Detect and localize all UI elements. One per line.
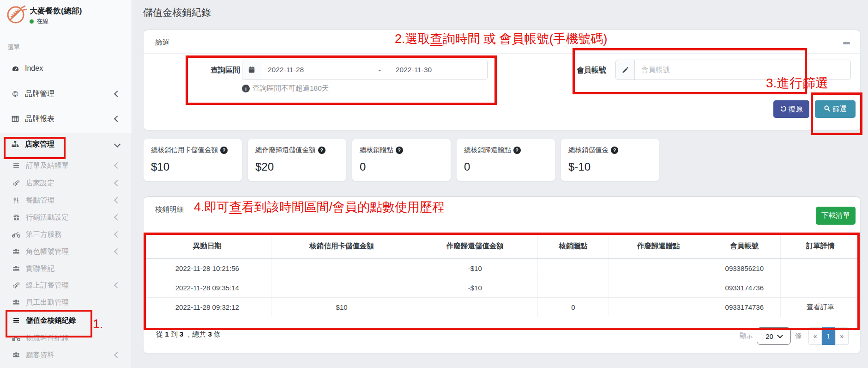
cell-void-return: -$10 — [412, 258, 538, 278]
brand-logo-wheat-icon — [6, 4, 27, 27]
sidebar-item-marketing-settings[interactable]: 行銷活動設定 — [0, 210, 132, 224]
table-icon — [9, 115, 21, 123]
sidebar-item-store-settings[interactable]: 店家設定 — [0, 176, 132, 190]
collapse-minus-icon[interactable] — [843, 42, 850, 44]
sidebar-item-logistics-records[interactable]: 物流叫件紀錄 — [0, 331, 132, 345]
gears-icon — [10, 179, 22, 187]
stat-card: 總作廢歸還儲值金額? $20 — [247, 139, 347, 181]
filter-button[interactable]: 篩選 — [815, 100, 856, 118]
sitemap-icon — [9, 141, 21, 148]
filter-panel: 篩選 查詢區間 - i 查詢區間不可超過180天 會員帳號 — [143, 30, 861, 130]
prev-page-button[interactable]: « — [808, 327, 822, 345]
question-circle-icon: ? — [396, 147, 403, 154]
next-page-button[interactable]: » — [835, 327, 849, 345]
stat-value: 0 — [464, 160, 470, 173]
gift-icon — [10, 214, 22, 221]
pagination-area: 顯示 20 條 « 1 » — [740, 327, 849, 345]
chevron-left-icon — [114, 91, 121, 97]
stat-card: 總核銷贈點? 0 — [352, 139, 451, 181]
sidebar-item-meal-management[interactable]: 餐點管理 — [0, 193, 132, 207]
sidebar-item-contact-registration[interactable]: 實聯登記 — [0, 262, 132, 276]
view-order-link[interactable]: 查看訂單 — [781, 298, 860, 317]
per-page-select[interactable]: 20 — [757, 327, 791, 345]
motorcycle-icon — [10, 231, 22, 238]
detail-panel-title: 核銷明細 — [155, 205, 184, 215]
cell-member-account: 0933174736 — [708, 278, 781, 298]
sidebar-item-label: 品牌管理 — [25, 89, 54, 99]
date-range-hint: i 查詢區間不可超過180天 — [242, 84, 329, 93]
table-row: 2022-11-28 09:35:14 -$10 0933174736 — [144, 278, 860, 298]
sidebar-item-store-management[interactable]: 店家管理 — [0, 136, 132, 152]
stat-label: 總作廢歸還儲值金額 — [255, 146, 316, 154]
pencil-icon — [616, 60, 635, 80]
col-header: 作廢歸還儲值金額 — [412, 234, 538, 258]
table-header-row: 異動日期 核銷信用卡儲值金額 作廢歸還儲值金額 核銷贈點 作廢歸還贈點 會員帳號… — [144, 234, 860, 258]
page-1-button[interactable]: 1 — [822, 327, 835, 345]
stat-card: 總核銷信用卡儲值金額? $10 — [143, 139, 242, 181]
sidebar-item-third-party[interactable]: 第三方服務 — [0, 227, 132, 241]
chevron-left-icon — [114, 248, 121, 255]
cell-redeem-points — [538, 278, 609, 298]
page-title: 儲值金核銷紀錄 — [143, 6, 211, 19]
cell-change-date: 2022-11-28 10:21:56 — [144, 258, 271, 278]
tachometer-icon — [9, 65, 21, 73]
cell-redeem-credit — [271, 258, 412, 278]
col-header: 會員帳號 — [708, 234, 781, 258]
date-to-input[interactable] — [389, 60, 487, 80]
motorcycle-icon — [10, 335, 22, 341]
stat-value: $10 — [151, 160, 169, 173]
chevron-left-icon — [114, 282, 121, 288]
stat-value: $20 — [255, 160, 274, 173]
filter-panel-title: 篩選 — [155, 38, 169, 48]
calendar-icon — [242, 60, 261, 80]
sidebar-item-label: 品牌報表 — [25, 114, 54, 124]
users-icon — [10, 248, 22, 255]
cell-member-account: 0933856210 — [708, 258, 781, 278]
copyright-icon: © — [9, 90, 21, 98]
chevron-left-icon — [114, 162, 121, 169]
stat-card: 總核銷儲值金? $-10 — [561, 139, 660, 181]
cell-redeem-credit — [271, 278, 412, 298]
sidebar-item-index[interactable]: Index — [0, 61, 132, 76]
cell-change-date: 2022-11-28 09:35:14 — [144, 278, 271, 298]
sidebar-item-customer-data[interactable]: 顧客資料 — [0, 348, 132, 362]
brand: 大麥餐飲(總部) 在線 — [0, 0, 132, 30]
online-status-label: 在線 — [36, 17, 48, 25]
online-dot-icon — [30, 19, 34, 24]
info-circle-icon: i — [242, 85, 250, 92]
chevron-left-icon — [114, 116, 121, 122]
list-icon — [10, 162, 22, 169]
cell-void-return: -$10 — [412, 278, 538, 298]
sidebar-item-stored-value-records[interactable]: 儲值金核銷紀錄 — [0, 313, 132, 327]
sidebar-item-orders-bills[interactable]: 訂單及結帳單 — [0, 159, 132, 172]
cell-member-account: 0933174736 — [708, 298, 781, 317]
detail-panel: 核銷明細 下載清單 異動日期 核銷信用卡儲值金額 作廢歸還儲值金額 核銷贈點 作… — [143, 196, 861, 354]
sidebar-item-label: 員工出勤管理 — [26, 298, 69, 307]
date-from-input[interactable] — [261, 60, 370, 80]
cell-void-points — [609, 258, 708, 278]
sidebar-item-online-ordering[interactable]: 線上訂餐管理 — [0, 278, 132, 292]
undo-icon — [780, 105, 787, 114]
sidebar-item-label: 顧客資料 — [26, 350, 54, 360]
reset-button[interactable]: 復原 — [773, 100, 809, 118]
sidebar-item-attendance[interactable]: 員工出勤管理 — [0, 295, 132, 309]
sidebar-item-label: Index — [25, 64, 43, 73]
question-circle-icon: ? — [611, 147, 618, 154]
unit-label: 條 — [795, 332, 802, 340]
show-label: 顯示 — [740, 332, 753, 340]
main-content: 儲值金核銷紀錄 篩選 查詢區間 - i 查詢區間不可超過180天 會員帳號 — [132, 0, 868, 368]
sidebar-item-label: 店家設定 — [26, 178, 54, 188]
cell-change-date: 2022-11-28 09:32:12 — [144, 298, 271, 317]
sidebar-item-label: 行銷活動設定 — [26, 213, 69, 222]
stat-value: $-10 — [568, 160, 591, 173]
sidebar-item-brand-report[interactable]: 品牌報表 — [0, 111, 132, 127]
search-icon — [824, 105, 831, 114]
list-icon — [10, 317, 22, 324]
brand-name: 大麥餐飲(總部) — [30, 6, 82, 16]
sidebar-item-role-accounts[interactable]: 角色帳號管理 — [0, 245, 132, 258]
sidebar-item-brand-management[interactable]: © 品牌管理 — [0, 86, 132, 102]
question-circle-icon: ? — [220, 147, 228, 154]
chevron-left-icon — [114, 180, 121, 186]
member-account-input[interactable] — [635, 60, 850, 80]
download-list-button[interactable]: 下載清單 — [816, 207, 856, 225]
